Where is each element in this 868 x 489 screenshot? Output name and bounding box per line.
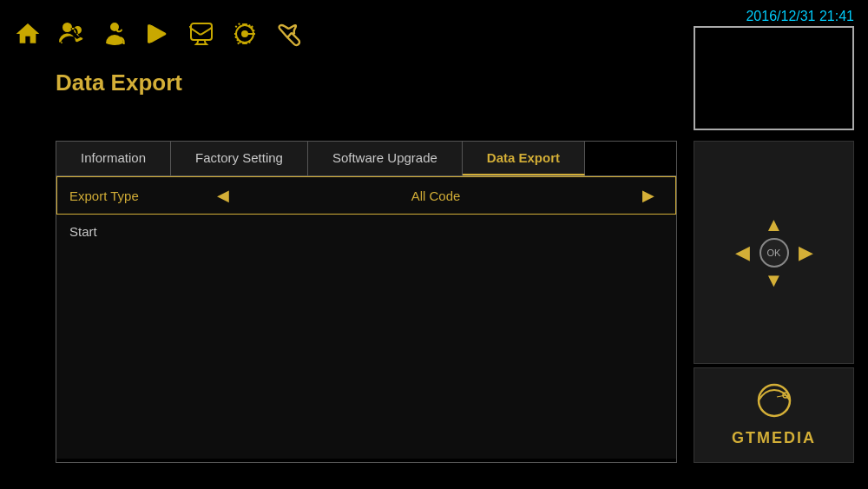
antenna-icon[interactable] [57, 20, 85, 54]
export-type-value: All Code [238, 188, 634, 203]
right-panel: ▲ ▼ ◀ ▶ OK GTMEDIA [694, 141, 854, 463]
dpad-container: ▲ ▼ ◀ ▶ OK [694, 141, 854, 364]
tab-factory-setting[interactable]: Factory Setting [171, 142, 308, 175]
start-label: Start [69, 224, 208, 239]
dpad-right-button[interactable]: ▶ [799, 241, 813, 264]
gtmedia-logo-text: GTMEDIA [732, 429, 816, 447]
tab-bar: Information Factory Setting Software Upg… [56, 142, 676, 176]
preview-box [694, 26, 854, 130]
home-icon[interactable] [14, 20, 42, 54]
nav-icons [14, 20, 302, 54]
tab-data-export[interactable]: Data Export [463, 142, 585, 175]
media-icon[interactable] [144, 20, 172, 54]
tab-information[interactable]: Information [56, 142, 171, 175]
logo-container: GTMEDIA [694, 367, 854, 463]
tools-icon[interactable] [274, 20, 302, 54]
arrow-right-icon[interactable]: ▶ [642, 186, 654, 205]
svg-point-1 [241, 30, 248, 37]
dpad: ▲ ▼ ◀ ▶ OK [735, 214, 813, 292]
datetime-display: 2016/12/31 21:41 [746, 9, 854, 24]
row-start[interactable]: Start [56, 215, 676, 248]
row-export-type[interactable]: Export Type ◀ All Code ▶ [56, 176, 676, 215]
dpad-down-button[interactable]: ▼ [765, 269, 784, 292]
dpad-up-button[interactable]: ▲ [765, 214, 784, 236]
display-icon[interactable] [187, 20, 215, 54]
dpad-left-button[interactable]: ◀ [735, 241, 750, 264]
svg-rect-0 [148, 24, 151, 43]
dpad-ok-button[interactable]: OK [760, 238, 789, 268]
arrow-left-icon[interactable]: ◀ [217, 186, 229, 205]
user-icon[interactable] [101, 20, 128, 54]
gtmedia-logo-icon [753, 383, 796, 426]
tab-content-data-export: Export Type ◀ All Code ▶ Start [56, 176, 676, 459]
page-title: Data Export [56, 69, 182, 96]
export-type-label: Export Type [69, 188, 208, 203]
main-content-area: Information Factory Setting Software Upg… [56, 141, 677, 463]
settings-icon[interactable] [231, 20, 259, 54]
tab-software-upgrade[interactable]: Software Upgrade [308, 142, 463, 175]
